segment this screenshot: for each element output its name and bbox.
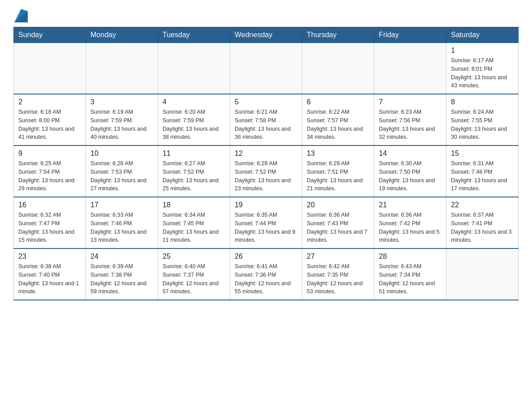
day-number: 25: [163, 253, 225, 261]
day-info: Sunrise: 6:42 AM Sunset: 7:35 PM Dayligh…: [307, 262, 369, 296]
day-number: 18: [163, 201, 225, 209]
day-number: 17: [90, 201, 153, 209]
logo: [13, 9, 29, 22]
day-info: Sunrise: 6:28 AM Sunset: 7:52 PM Dayligh…: [235, 159, 297, 193]
calendar-cell: 21Sunrise: 6:36 AM Sunset: 7:42 PM Dayli…: [374, 197, 446, 248]
day-number: 24: [90, 253, 153, 261]
day-number: 7: [379, 98, 442, 106]
calendar-cell: 6Sunrise: 6:22 AM Sunset: 7:57 PM Daylig…: [302, 94, 374, 146]
day-info: Sunrise: 6:36 AM Sunset: 7:43 PM Dayligh…: [307, 211, 369, 244]
day-number: 22: [451, 201, 514, 209]
day-info: Sunrise: 6:30 AM Sunset: 7:50 PM Dayligh…: [379, 159, 442, 193]
day-number: 9: [18, 150, 81, 158]
day-number: 8: [451, 98, 514, 106]
calendar-cell: 23Sunrise: 6:38 AM Sunset: 7:40 PM Dayli…: [14, 248, 86, 300]
day-info: Sunrise: 6:40 AM Sunset: 7:37 PM Dayligh…: [163, 262, 225, 296]
calendar-table: SundayMondayTuesdayWednesdayThursdayFrid…: [13, 27, 519, 300]
day-info: Sunrise: 6:38 AM Sunset: 7:40 PM Dayligh…: [18, 262, 81, 296]
calendar-cell: 5Sunrise: 6:21 AM Sunset: 7:58 PM Daylig…: [230, 94, 302, 146]
day-info: Sunrise: 6:37 AM Sunset: 7:41 PM Dayligh…: [451, 211, 514, 244]
day-number: 15: [451, 150, 514, 158]
calendar-header: SundayMondayTuesdayWednesdayThursdayFrid…: [14, 27, 519, 43]
calendar-cell: 22Sunrise: 6:37 AM Sunset: 7:41 PM Dayli…: [446, 197, 519, 248]
day-number: 14: [379, 150, 442, 158]
day-info: Sunrise: 6:35 AM Sunset: 7:44 PM Dayligh…: [235, 211, 297, 244]
calendar-cell: [374, 43, 446, 94]
day-info: Sunrise: 6:23 AM Sunset: 7:56 PM Dayligh…: [379, 108, 442, 141]
day-number: 11: [163, 150, 225, 158]
day-number: 3: [90, 98, 153, 106]
day-number: 2: [18, 98, 81, 106]
calendar-cell: 13Sunrise: 6:29 AM Sunset: 7:51 PM Dayli…: [302, 146, 374, 197]
day-info: Sunrise: 6:32 AM Sunset: 7:47 PM Dayligh…: [18, 211, 81, 244]
day-number: 27: [307, 253, 369, 261]
calendar-cell: [230, 43, 302, 94]
day-info: Sunrise: 6:29 AM Sunset: 7:51 PM Dayligh…: [307, 159, 369, 193]
weekday-header-thursday: Thursday: [302, 27, 374, 43]
logo-icon: [14, 9, 28, 22]
weekday-header-saturday: Saturday: [446, 27, 519, 43]
weekday-row: SundayMondayTuesdayWednesdayThursdayFrid…: [14, 27, 519, 43]
day-info: Sunrise: 6:19 AM Sunset: 7:59 PM Dayligh…: [90, 108, 153, 141]
calendar-week-4: 16Sunrise: 6:32 AM Sunset: 7:47 PM Dayli…: [14, 197, 519, 248]
calendar-cell: 20Sunrise: 6:36 AM Sunset: 7:43 PM Dayli…: [302, 197, 374, 248]
calendar-cell: 10Sunrise: 6:26 AM Sunset: 7:53 PM Dayli…: [86, 146, 158, 197]
calendar-cell: 12Sunrise: 6:28 AM Sunset: 7:52 PM Dayli…: [230, 146, 302, 197]
calendar-cell: 15Sunrise: 6:31 AM Sunset: 7:48 PM Dayli…: [446, 146, 519, 197]
day-number: 19: [235, 201, 297, 209]
day-info: Sunrise: 6:33 AM Sunset: 7:46 PM Dayligh…: [90, 211, 153, 244]
day-number: 21: [379, 201, 442, 209]
calendar-cell: [446, 248, 519, 300]
calendar-week-2: 2Sunrise: 6:18 AM Sunset: 8:00 PM Daylig…: [14, 94, 519, 146]
calendar-cell: 27Sunrise: 6:42 AM Sunset: 7:35 PM Dayli…: [302, 248, 374, 300]
weekday-header-sunday: Sunday: [14, 27, 86, 43]
day-info: Sunrise: 6:22 AM Sunset: 7:57 PM Dayligh…: [307, 108, 369, 141]
day-number: 10: [90, 150, 153, 158]
calendar-cell: 26Sunrise: 6:41 AM Sunset: 7:36 PM Dayli…: [230, 248, 302, 300]
calendar-cell: 8Sunrise: 6:24 AM Sunset: 7:55 PM Daylig…: [446, 94, 519, 146]
calendar-cell: [158, 43, 230, 94]
calendar-cell: 14Sunrise: 6:30 AM Sunset: 7:50 PM Dayli…: [374, 146, 446, 197]
calendar-cell: 19Sunrise: 6:35 AM Sunset: 7:44 PM Dayli…: [230, 197, 302, 248]
day-info: Sunrise: 6:27 AM Sunset: 7:52 PM Dayligh…: [163, 159, 225, 193]
calendar-cell: 9Sunrise: 6:25 AM Sunset: 7:54 PM Daylig…: [14, 146, 86, 197]
calendar-body: 1Sunrise: 6:17 AM Sunset: 8:01 PM Daylig…: [14, 43, 519, 300]
calendar-week-1: 1Sunrise: 6:17 AM Sunset: 8:01 PM Daylig…: [14, 43, 519, 94]
calendar-cell: 7Sunrise: 6:23 AM Sunset: 7:56 PM Daylig…: [374, 94, 446, 146]
day-info: Sunrise: 6:24 AM Sunset: 7:55 PM Dayligh…: [451, 108, 514, 141]
calendar-cell: 24Sunrise: 6:39 AM Sunset: 7:38 PM Dayli…: [86, 248, 158, 300]
day-info: Sunrise: 6:26 AM Sunset: 7:53 PM Dayligh…: [90, 159, 153, 193]
day-number: 13: [307, 150, 369, 158]
calendar-cell: 25Sunrise: 6:40 AM Sunset: 7:37 PM Dayli…: [158, 248, 230, 300]
day-number: 12: [235, 150, 297, 158]
calendar-cell: 11Sunrise: 6:27 AM Sunset: 7:52 PM Dayli…: [158, 146, 230, 197]
weekday-header-tuesday: Tuesday: [158, 27, 230, 43]
calendar-cell: [302, 43, 374, 94]
day-info: Sunrise: 6:17 AM Sunset: 8:01 PM Dayligh…: [451, 56, 514, 90]
calendar-cell: 16Sunrise: 6:32 AM Sunset: 7:47 PM Dayli…: [14, 197, 86, 248]
day-info: Sunrise: 6:43 AM Sunset: 7:34 PM Dayligh…: [379, 262, 442, 296]
weekday-header-friday: Friday: [374, 27, 446, 43]
day-number: 5: [235, 98, 297, 106]
calendar-week-3: 9Sunrise: 6:25 AM Sunset: 7:54 PM Daylig…: [14, 146, 519, 197]
calendar-cell: 4Sunrise: 6:20 AM Sunset: 7:59 PM Daylig…: [158, 94, 230, 146]
day-info: Sunrise: 6:21 AM Sunset: 7:58 PM Dayligh…: [235, 108, 297, 141]
day-info: Sunrise: 6:39 AM Sunset: 7:38 PM Dayligh…: [90, 262, 153, 296]
calendar-week-5: 23Sunrise: 6:38 AM Sunset: 7:40 PM Dayli…: [14, 248, 519, 300]
day-info: Sunrise: 6:31 AM Sunset: 7:48 PM Dayligh…: [451, 159, 514, 193]
day-number: 28: [379, 253, 442, 261]
day-number: 23: [18, 253, 81, 261]
day-number: 1: [451, 47, 514, 55]
day-number: 4: [163, 98, 225, 106]
calendar-cell: 18Sunrise: 6:34 AM Sunset: 7:45 PM Dayli…: [158, 197, 230, 248]
day-info: Sunrise: 6:20 AM Sunset: 7:59 PM Dayligh…: [163, 108, 225, 141]
day-info: Sunrise: 6:41 AM Sunset: 7:36 PM Dayligh…: [235, 262, 297, 296]
calendar-cell: 2Sunrise: 6:18 AM Sunset: 8:00 PM Daylig…: [14, 94, 86, 146]
day-info: Sunrise: 6:25 AM Sunset: 7:54 PM Dayligh…: [18, 159, 81, 193]
weekday-header-monday: Monday: [86, 27, 158, 43]
calendar-cell: 17Sunrise: 6:33 AM Sunset: 7:46 PM Dayli…: [86, 197, 158, 248]
calendar-cell: 28Sunrise: 6:43 AM Sunset: 7:34 PM Dayli…: [374, 248, 446, 300]
day-number: 16: [18, 201, 81, 209]
day-number: 6: [307, 98, 369, 106]
calendar-cell: [14, 43, 86, 94]
